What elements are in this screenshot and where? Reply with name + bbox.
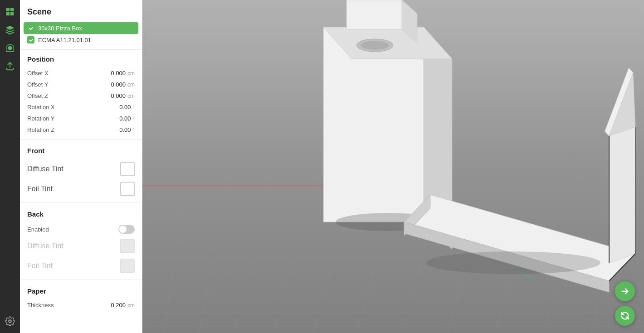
back-enabled-label: Enabled: [27, 226, 118, 233]
scene-item-ecma[interactable]: ECMA A11.21.01.01: [24, 34, 138, 46]
svg-marker-42: [609, 127, 635, 263]
svg-point-48: [426, 251, 600, 274]
offset-z-label: Offset Z: [27, 92, 111, 99]
offset-y-label: Offset Y: [27, 81, 111, 88]
rotation-y-label: Rotation Y: [27, 115, 119, 122]
svg-rect-1: [10, 8, 14, 11]
scene-item-ecma-label: ECMA A11.21.01.01: [38, 37, 91, 43]
svg-rect-2: [6, 12, 10, 15]
paper-title: Paper: [27, 287, 135, 295]
svg-rect-3: [10, 12, 14, 15]
front-foil-tint-label: Foil Tint: [27, 185, 120, 193]
nav-arrow-button[interactable]: [615, 281, 635, 301]
offset-y-value[interactable]: 0.000 cm: [111, 81, 135, 88]
rotation-z-label: Rotation Z: [27, 126, 119, 133]
nav-refresh-button[interactable]: [615, 306, 635, 326]
checkbox-pizza-box[interactable]: [27, 24, 34, 32]
upload-icon[interactable]: [2, 58, 18, 74]
back-toggle-thumb: [119, 226, 127, 233]
panel-title: Scene: [20, 0, 142, 22]
front-foil-tint-row: Foil Tint: [27, 179, 135, 199]
front-diffuse-tint-swatch[interactable]: [120, 162, 135, 176]
front-title: Front: [27, 147, 135, 154]
offset-x-row: Offset X 0.000 cm: [27, 68, 135, 79]
offset-z-row: Offset Z 0.000 cm: [27, 90, 135, 101]
position-section: Position Offset X 0.000 cm Offset Y 0.00…: [20, 50, 142, 137]
front-foil-tint-swatch[interactable]: [120, 182, 135, 196]
camera-icon[interactable]: [2, 40, 18, 56]
front-diffuse-tint-label: Diffuse Tint: [27, 165, 120, 173]
back-toggle-track[interactable]: [118, 225, 135, 234]
paper-section: Paper Thickness 0.200 cm: [20, 282, 142, 313]
scene-svg: [142, 0, 644, 333]
thickness-label: Thickness: [27, 302, 111, 309]
scene-item-pizza-box-label: 30x30 Pizza Box: [38, 25, 82, 32]
settings-icon[interactable]: [2, 313, 18, 329]
rotation-x-value[interactable]: 0.00 °: [119, 104, 135, 111]
offset-x-label: Offset X: [27, 70, 111, 77]
checkbox-ecma[interactable]: [27, 36, 34, 43]
back-enabled-row: Enabled: [27, 222, 135, 236]
front-section: Front Diffuse Tint Foil Tint: [20, 141, 142, 201]
rotation-x-label: Rotation X: [27, 104, 119, 111]
back-section: Back Enabled Diffuse Tint Foil Tint: [20, 205, 142, 278]
rotation-x-row: Rotation X 0.00 °: [27, 101, 135, 113]
icon-bar: [0, 0, 20, 333]
svg-point-37: [361, 41, 389, 50]
svg-marker-34: [346, 0, 402, 29]
back-foil-tint-label: Foil Tint: [27, 262, 120, 270]
thickness-row: Thickness 0.200 cm: [27, 299, 135, 311]
rotation-z-row: Rotation Z 0.00 °: [27, 124, 135, 135]
back-foil-tint-swatch: [120, 259, 135, 273]
svg-rect-0: [6, 8, 10, 11]
thickness-value[interactable]: 0.200 cm: [111, 302, 135, 309]
position-title: Position: [27, 55, 135, 63]
back-diffuse-tint-row: Diffuse Tint: [27, 236, 135, 256]
scene-item-pizza-box[interactable]: 30x30 Pizza Box: [24, 22, 138, 34]
rotation-y-value[interactable]: 0.00 °: [119, 115, 135, 122]
scene-list: 30x30 Pizza Box ECMA A11.21.01.01: [20, 22, 142, 50]
home-icon[interactable]: [2, 4, 18, 20]
layers-icon[interactable]: [2, 22, 18, 38]
offset-y-row: Offset Y 0.000 cm: [27, 79, 135, 90]
offset-z-value[interactable]: 0.000 cm: [111, 92, 135, 99]
rotation-y-row: Rotation Y 0.00 °: [27, 113, 135, 124]
side-panel: Scene 30x30 Pizza Box ECMA A11.21.01.01 …: [20, 0, 142, 333]
viewport[interactable]: [142, 0, 644, 333]
back-enabled-toggle[interactable]: [118, 225, 135, 234]
back-title: Back: [27, 210, 135, 218]
back-diffuse-tint-swatch: [120, 239, 135, 253]
svg-point-4: [8, 46, 12, 50]
front-diffuse-tint-row: Diffuse Tint: [27, 159, 135, 179]
offset-x-value[interactable]: 0.000 cm: [111, 70, 135, 77]
svg-point-5: [9, 320, 11, 323]
rotation-z-value[interactable]: 0.00 °: [119, 126, 135, 133]
back-foil-tint-row: Foil Tint: [27, 256, 135, 276]
back-diffuse-tint-label: Diffuse Tint: [27, 242, 120, 250]
